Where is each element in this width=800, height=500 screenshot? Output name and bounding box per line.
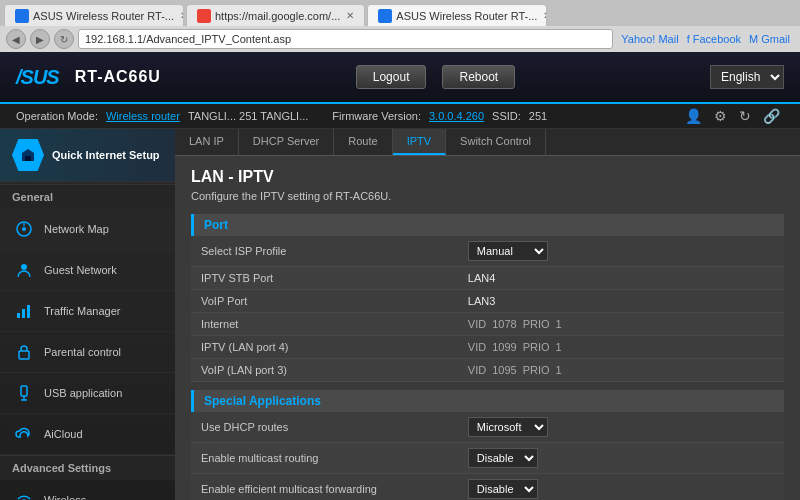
svg-point-3 <box>21 264 27 270</box>
browser-tab-3[interactable]: ASUS Wireless Router RT-... ✕ <box>367 4 547 26</box>
table-row: IPTV STB Port LAN4 <box>191 267 784 290</box>
page-subtitle: Configure the IPTV setting of RT-AC66U. <box>191 190 784 202</box>
firmware-value[interactable]: 3.0.0.4.260 <box>429 110 484 122</box>
iptv-lan4-vid-prio: VID 1099 PRIO 1 <box>458 336 784 359</box>
use-dhcp-routes-label: Use DHCP routes <box>191 412 458 443</box>
tab2-title: https://mail.google.com/... <box>215 10 340 22</box>
svg-rect-8 <box>21 386 27 396</box>
svg-rect-4 <box>17 313 20 318</box>
logout-button[interactable]: Logout <box>356 65 427 89</box>
tab-lan-ip[interactable]: LAN IP <box>175 129 239 155</box>
parental-control-icon <box>12 340 36 364</box>
use-dhcp-routes-value[interactable]: Microsoft None <box>458 412 784 443</box>
browser-tab-2[interactable]: https://mail.google.com/... ✕ <box>186 4 365 26</box>
vid-value-iptv: 1099 <box>492 341 516 353</box>
enable-efficient-multicast-value[interactable]: Disable Enable <box>458 474 784 501</box>
enable-multicast-select[interactable]: Disable Enable <box>468 448 538 468</box>
prio-label-internet: PRIO <box>523 318 550 330</box>
tab-route[interactable]: Route <box>334 129 392 155</box>
bookmark-gmail[interactable]: M Gmail <box>749 33 790 45</box>
enable-multicast-label: Enable multicast routing <box>191 443 458 474</box>
isp-profile-select[interactable]: Manual Custom <box>468 241 548 261</box>
table-row: VoIP Port LAN3 <box>191 290 784 313</box>
table-row: Use DHCP routes Microsoft None <box>191 412 784 443</box>
asus-logo: /SUS <box>16 66 59 89</box>
isp-profile-value[interactable]: Manual Custom <box>458 236 784 267</box>
tab1-favicon <box>15 9 29 23</box>
svg-rect-6 <box>27 305 30 318</box>
tab1-title: ASUS Wireless Router RT-... <box>33 10 174 22</box>
browser-tab-bar: ASUS Wireless Router RT-... ✕ https://ma… <box>0 0 800 26</box>
special-table: Use DHCP routes Microsoft None Enable mu… <box>191 412 784 500</box>
tab-dhcp-server[interactable]: DHCP Server <box>239 129 334 155</box>
ssid-label: SSID: <box>492 110 521 122</box>
tab1-close[interactable]: ✕ <box>180 10 184 21</box>
tab2-favicon <box>197 9 211 23</box>
tab3-favicon <box>378 9 392 23</box>
wireless-icon <box>12 488 36 500</box>
bookmark-yahoo[interactable]: Yahoo! Mail <box>621 33 678 45</box>
enable-efficient-multicast-select[interactable]: Disable Enable <box>468 479 538 499</box>
sidebar-item-guest-network[interactable]: Guest Network <box>0 250 175 291</box>
sidebar-item-wireless[interactable]: Wireless <box>0 480 175 500</box>
quick-setup-item[interactable]: Quick Internet Setup <box>0 129 175 182</box>
address-bar[interactable]: 192.168.1.1/Advanced_IPTV_Content.asp <box>78 29 613 49</box>
sidebar-item-traffic-manager[interactable]: Traffic Manager <box>0 291 175 332</box>
port-table: Select ISP Profile Manual Custom IPTV ST… <box>191 236 784 382</box>
sidebar-item-parental-control[interactable]: Parental control <box>0 332 175 373</box>
main-content: LAN IP DHCP Server Route IPTV Switch Con… <box>175 129 800 500</box>
model-name: RT-AC66U <box>75 68 161 86</box>
language-select[interactable]: English <box>710 65 784 89</box>
browser-chrome: ASUS Wireless Router RT-... ✕ https://ma… <box>0 0 800 52</box>
bookmark-facebook[interactable]: f Facebook <box>687 33 741 45</box>
table-row: Enable efficient multicast forwarding Di… <box>191 474 784 501</box>
tab-switch-control[interactable]: Switch Control <box>446 129 546 155</box>
tab3-close[interactable]: ✕ <box>543 10 547 21</box>
page-title: LAN - IPTV <box>191 168 784 186</box>
browser-tab-1[interactable]: ASUS Wireless Router RT-... ✕ <box>4 4 184 26</box>
sidebar-item-aicloud[interactable]: AiCloud <box>0 414 175 455</box>
sidebar-label-wireless: Wireless <box>44 494 86 500</box>
forward-button[interactable]: ▶ <box>30 29 50 49</box>
svg-rect-5 <box>22 309 25 318</box>
ssid-value: 251 <box>529 110 547 122</box>
info-bar: Operation Mode: Wireless router TANGLI..… <box>0 104 800 129</box>
svg-point-1 <box>22 227 26 231</box>
header-icons: 👤 ⚙ ↻ 🔗 <box>685 108 784 124</box>
vid-label-iptv: VID <box>468 341 486 353</box>
voip-lan3-label: VoIP (LAN port 3) <box>191 359 458 382</box>
svg-rect-7 <box>19 351 29 359</box>
prio-label-voip: PRIO <box>523 364 550 376</box>
iptv-stb-port-value: LAN4 <box>458 267 784 290</box>
quick-setup-label: Quick Internet Setup <box>52 149 160 161</box>
prio-label-iptv: PRIO <box>523 341 550 353</box>
tab3-title: ASUS Wireless Router RT-... <box>396 10 537 22</box>
voip-port-value: LAN3 <box>458 290 784 313</box>
aicloud-icon <box>12 422 36 446</box>
sidebar-label-parental-control: Parental control <box>44 346 121 358</box>
sidebar-section-advanced: Advanced Settings <box>0 455 175 480</box>
sidebar-label-guest-network: Guest Network <box>44 264 117 276</box>
back-button[interactable]: ◀ <box>6 29 26 49</box>
sidebar-item-usb-application[interactable]: USB application <box>0 373 175 414</box>
table-row: Select ISP Profile Manual Custom <box>191 236 784 267</box>
operation-mode-label: Operation Mode: <box>16 110 98 122</box>
use-dhcp-routes-select[interactable]: Microsoft None <box>468 417 548 437</box>
sidebar-item-network-map[interactable]: Network Map <box>0 209 175 250</box>
traffic-manager-icon <box>12 299 36 323</box>
vid-label-voip: VID <box>468 364 486 376</box>
refresh-button[interactable]: ↻ <box>54 29 74 49</box>
network-map-icon <box>12 217 36 241</box>
page-content: LAN - IPTV Configure the IPTV setting of… <box>175 156 800 500</box>
tab2-close[interactable]: ✕ <box>346 10 354 21</box>
internet-vid-prio: VID 1078 PRIO 1 <box>458 313 784 336</box>
enable-multicast-value[interactable]: Disable Enable <box>458 443 784 474</box>
reboot-button[interactable]: Reboot <box>442 65 515 89</box>
bookmarks-bar: Yahoo! Mail f Facebook M Gmail <box>617 33 794 45</box>
firmware-label: Firmware Version: <box>332 110 421 122</box>
enable-efficient-multicast-label: Enable efficient multicast forwarding <box>191 474 458 501</box>
vid-value-internet: 1078 <box>492 318 516 330</box>
operation-mode-value[interactable]: Wireless router <box>106 110 180 122</box>
usb-application-icon <box>12 381 36 405</box>
tab-iptv[interactable]: IPTV <box>393 129 446 155</box>
